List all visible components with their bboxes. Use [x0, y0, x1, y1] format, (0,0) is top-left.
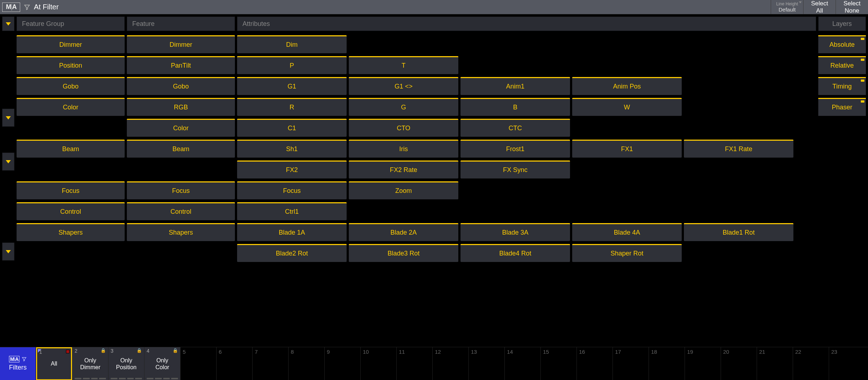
- filter-pool-empty[interactable]: 13: [468, 347, 504, 380]
- filter-pool-empty[interactable]: 20: [721, 347, 757, 380]
- main-area: Feature Group DimmerPositionGoboColorBea…: [0, 14, 868, 347]
- filter-pool-empty[interactable]: 19: [685, 347, 721, 380]
- ma-logo[interactable]: MA: [2, 3, 20, 12]
- filter-pool-empty[interactable]: 11: [396, 347, 432, 380]
- pool-item-index: 4: [147, 348, 150, 354]
- attribute-item[interactable]: Blade3 Rot: [349, 244, 458, 262]
- filter-pool-label: Filters: [9, 364, 27, 371]
- select-all-button[interactable]: Select All: [803, 0, 836, 14]
- filter-pool-empty[interactable]: 10: [360, 347, 396, 380]
- feature-item[interactable]: Shapers: [127, 223, 235, 241]
- feature-group-item[interactable]: Beam: [17, 140, 125, 158]
- feature-group-item[interactable]: Shapers: [17, 223, 125, 241]
- feature-group-item[interactable]: Gobo: [17, 77, 125, 95]
- layer-indicator: [861, 100, 864, 103]
- attribute-item[interactable]: Dim: [237, 35, 347, 53]
- layer-item[interactable]: Timing: [818, 77, 866, 95]
- attribute-item[interactable]: Blade 4A: [572, 223, 682, 241]
- filter-pool-empty[interactable]: 7: [252, 347, 288, 380]
- feature-item[interactable]: Beam: [127, 140, 235, 158]
- row-toggle[interactable]: [2, 153, 14, 171]
- filter-pool-empty[interactable]: 23: [829, 347, 865, 380]
- filter-pool-empty[interactable]: 8: [288, 347, 324, 380]
- attribute-item[interactable]: Zoom: [349, 181, 458, 199]
- attribute-item[interactable]: FX2: [237, 160, 347, 178]
- filter-pool-empty[interactable]: 14: [504, 347, 540, 380]
- attribute-item[interactable]: B: [460, 98, 570, 116]
- attribute-item[interactable]: W: [572, 98, 682, 116]
- attribute-item[interactable]: Anim Pos: [572, 77, 682, 95]
- attribute-item[interactable]: FX Sync: [460, 160, 570, 178]
- attribute-item[interactable]: T: [349, 56, 458, 74]
- filter-pool-item[interactable]: 1All: [36, 347, 72, 380]
- select-none-button[interactable]: Select None: [836, 0, 868, 14]
- attribute-item[interactable]: Blade1 Rot: [684, 223, 793, 241]
- layer-item[interactable]: Phaser: [818, 98, 866, 116]
- attribute-item[interactable]: Shaper Rot: [572, 244, 682, 262]
- pool-item-label: OnlyPosition: [115, 357, 138, 371]
- attribute-item[interactable]: FX1: [572, 140, 682, 158]
- attribute-item[interactable]: Iris: [349, 140, 458, 158]
- attribute-item[interactable]: Ctrl1: [237, 202, 347, 220]
- feature-item[interactable]: PanTilt: [127, 56, 235, 74]
- layer-item[interactable]: Absolute: [818, 35, 866, 53]
- attribute-item[interactable]: Sh1: [237, 140, 347, 158]
- filter-pool-empty[interactable]: 22: [793, 347, 829, 380]
- center-cols: Feature Group DimmerPositionGoboColorBea…: [17, 17, 816, 345]
- feature-item[interactable]: Control: [127, 202, 235, 220]
- feature-group-item[interactable]: Position: [17, 56, 125, 74]
- attribute-item[interactable]: G1: [237, 77, 347, 95]
- feature-item[interactable]: Color: [127, 119, 235, 137]
- attribute-item[interactable]: G: [349, 98, 458, 116]
- attribute-item[interactable]: Blade2 Rot: [237, 244, 347, 262]
- filter-icon: [24, 4, 30, 10]
- layer-indicator: [861, 59, 864, 61]
- filter-pool-empty[interactable]: 6: [216, 347, 252, 380]
- feature-item[interactable]: RGB: [127, 98, 235, 116]
- row-toggle[interactable]: [2, 243, 14, 261]
- filter-pool-empty[interactable]: 16: [577, 347, 613, 380]
- filter-pool-item[interactable]: 3🔒OnlyPosition: [108, 347, 144, 380]
- row-toggle[interactable]: [2, 109, 14, 127]
- feature-item[interactable]: Focus: [127, 181, 235, 199]
- attribute-item[interactable]: CTC: [460, 119, 570, 137]
- filter-pool-empty[interactable]: 21: [757, 347, 793, 380]
- attribute-item[interactable]: Blade 1A: [237, 223, 347, 241]
- pool-item-label: All: [49, 360, 59, 367]
- feature-group-item[interactable]: Focus: [17, 181, 125, 199]
- pool-item-index: 3: [111, 348, 113, 354]
- title-left: MA At Filter: [0, 0, 771, 14]
- attribute-item[interactable]: Frost1: [460, 140, 570, 158]
- filter-pool-empty[interactable]: 9: [324, 347, 360, 380]
- attribute-item[interactable]: Focus: [237, 181, 347, 199]
- collapse-all-toggle[interactable]: [2, 17, 14, 31]
- filter-pool-empty[interactable]: 18: [649, 347, 685, 380]
- attribute-item[interactable]: FX2 Rate: [349, 160, 458, 178]
- filter-pool-empty[interactable]: 12: [432, 347, 468, 380]
- layer-indicator: [861, 80, 864, 82]
- filter-pool-item[interactable]: 2🔒OnlyDimmer: [72, 347, 108, 380]
- pool-segments: [147, 378, 178, 379]
- attribute-item[interactable]: Blade 2A: [349, 223, 458, 241]
- attribute-item[interactable]: FX1 Rate: [684, 140, 793, 158]
- attribute-item[interactable]: R: [237, 98, 347, 116]
- attribute-item[interactable]: P: [237, 56, 347, 74]
- attribute-item[interactable]: CTO: [349, 119, 458, 137]
- attribute-item[interactable]: Blade 3A: [460, 223, 570, 241]
- attribute-item[interactable]: Anim1: [460, 77, 570, 95]
- feature-group-item[interactable]: Control: [17, 202, 125, 220]
- feature-group-item[interactable]: Color: [17, 98, 125, 116]
- attribute-item[interactable]: Blade4 Rot: [460, 244, 570, 262]
- filter-pool-item[interactable]: 4🔒OnlyColor: [144, 347, 180, 380]
- line-height-button[interactable]: Line Height Default: [771, 0, 803, 14]
- layer-item[interactable]: Relative: [818, 56, 866, 74]
- filter-pool-empty[interactable]: 17: [613, 347, 649, 380]
- feature-group-item[interactable]: Dimmer: [17, 35, 125, 53]
- attribute-item[interactable]: G1 <>: [349, 77, 458, 95]
- feature-item[interactable]: Gobo: [127, 77, 235, 95]
- filter-pool-empty[interactable]: 15: [540, 347, 577, 380]
- attribute-item[interactable]: C1: [237, 119, 347, 137]
- filter-pool-empty[interactable]: 5: [180, 347, 216, 380]
- feature-item[interactable]: Dimmer: [127, 35, 235, 53]
- filter-pool-title-button[interactable]: MA Filters: [0, 347, 36, 380]
